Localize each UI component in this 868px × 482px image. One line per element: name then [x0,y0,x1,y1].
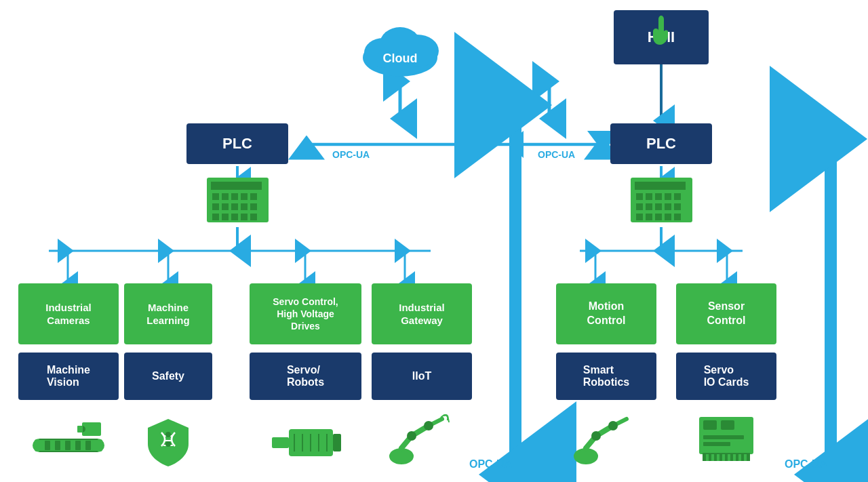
svg-rect-58 [665,203,671,210]
box-industrial-gateway: IndustrialGateway [372,283,472,344]
svg-rect-117 [744,454,747,461]
svg-rect-40 [231,203,238,210]
robot-arm-svg [388,412,456,466]
io-cards-icon [676,410,776,468]
svg-rect-112 [717,454,719,461]
svg-rect-52 [655,193,662,200]
motor-svg [269,419,343,463]
opcua-left-text: OPC-UA [332,149,370,160]
svg-rect-109 [703,442,730,446]
industrial-cameras-label: IndustrialCameras [45,301,92,327]
svg-point-96 [424,421,433,430]
connector-left-svg [205,176,270,224]
svg-rect-55 [636,203,643,210]
conveyor-icon [18,414,119,468]
svg-rect-49 [635,182,686,190]
svg-rect-104 [703,453,750,461]
smart-robotics-svg [572,412,640,466]
svg-point-82 [165,441,171,447]
svg-rect-110 [706,454,709,461]
opcua-label-bottom-right: OPC-UA [785,458,827,470]
svg-rect-47 [250,214,257,220]
svg-point-66 [33,439,46,452]
svg-rect-111 [711,454,714,461]
conveyor-svg [31,419,106,463]
box-industrial-cameras: IndustrialCameras [18,283,119,344]
smart-robotics-icon [556,410,656,468]
opcua-bottom-center-text: OPC-UA [469,458,512,470]
box-safety: Safety [124,353,212,400]
connector-left [205,176,270,224]
motion-control-label: MotionControl [587,300,626,328]
industrial-gateway-label: IndustrialGateway [399,301,445,327]
svg-rect-34 [222,193,229,200]
svg-rect-38 [212,203,219,210]
svg-rect-54 [674,193,681,200]
box-sensor-control: SensorControl [676,283,776,344]
svg-rect-105 [703,420,717,430]
sensor-control-label: SensorControl [707,300,746,328]
machine-vision-label: MachineVision [47,364,90,388]
svg-rect-63 [665,214,671,220]
svg-point-102 [608,421,618,430]
plc-left-label: PLC [222,135,252,153]
svg-rect-36 [241,193,248,200]
connector-right-svg [629,176,694,224]
svg-rect-51 [646,193,652,200]
svg-rect-115 [733,454,736,461]
svg-point-101 [591,431,601,441]
plc-right-label: PLC [646,135,676,153]
svg-rect-64 [674,214,681,220]
shield-icon-svg [141,416,195,466]
svg-rect-116 [738,454,741,461]
opcua-bottom-right-text: OPC-UA [785,458,827,470]
touch-icon-svg [648,12,675,46]
hmi-touch-icon [648,12,675,49]
opcua-label-right: OPC-UA [538,149,575,160]
svg-rect-35 [231,193,238,200]
opcua-right-text: OPC-UA [538,149,575,160]
svg-rect-90 [333,434,341,451]
motor-icon [250,414,361,468]
svg-rect-50 [636,193,643,200]
servo-io-cards-label: ServoIO Cards [704,364,749,388]
svg-rect-57 [655,203,662,210]
box-servo-robots: Servo/Robots [250,353,361,400]
svg-rect-42 [250,203,257,210]
diagram-container: Cloud HMI PLC PLC [0,0,868,482]
iiot-label: IIoT [412,370,431,382]
opcua-label-left: OPC-UA [332,149,370,160]
smart-robotics-label: SmartRobotics [583,364,629,388]
connector-right [629,176,694,224]
svg-rect-73 [75,441,81,450]
box-servo-control: Servo Control,High VoltageDrives [250,283,361,344]
svg-rect-60 [636,214,643,220]
box-machine-learning: MachineLearning [124,283,212,344]
svg-rect-77 [77,426,83,433]
box-machine-vision: MachineVision [18,353,119,400]
svg-rect-33 [212,193,219,200]
cloud-icon: Cloud [353,7,448,81]
box-smart-robotics: SmartRobotics [556,353,656,400]
cloud-shape: Cloud [353,7,448,84]
svg-rect-74 [85,441,91,450]
box-servo-io-cards: ServoIO Cards [676,353,776,400]
servo-robots-label: Servo/Robots [287,364,324,388]
svg-rect-32 [211,182,262,190]
svg-rect-70 [45,441,50,450]
svg-rect-71 [55,441,60,450]
svg-rect-53 [665,193,671,200]
svg-rect-114 [728,454,730,461]
svg-rect-59 [674,203,681,210]
svg-rect-44 [222,214,229,220]
svg-rect-41 [241,203,248,210]
svg-rect-62 [655,214,662,220]
svg-rect-56 [646,203,652,210]
cloud-label: Cloud [383,52,418,65]
svg-rect-45 [231,214,238,220]
svg-point-95 [407,431,416,441]
safety-icon [124,414,212,468]
svg-rect-43 [212,214,219,220]
svg-rect-108 [703,435,744,439]
svg-rect-61 [646,214,652,220]
